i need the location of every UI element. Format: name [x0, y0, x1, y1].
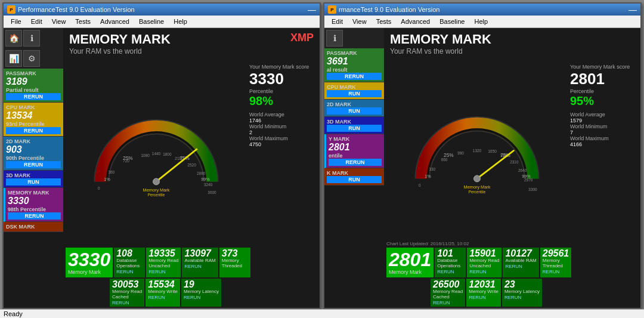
status-text: Ready	[4, 310, 23, 317]
mem-read-uncached-val-2: 15901	[469, 249, 499, 258]
info-icon-2[interactable]: ℹ	[326, 30, 343, 47]
world-stats-1: World Average 1746 World Minimum 2 World…	[249, 112, 288, 147]
db-ops-rerun-1[interactable]: RERUN	[116, 269, 143, 274]
menu-help-1[interactable]: Help	[169, 17, 192, 26]
svg-text:1800: 1800	[163, 153, 172, 157]
memory-rerun-1[interactable]: RERUN	[8, 212, 61, 220]
svg-text:3300: 3300	[528, 187, 537, 191]
sidebar-passmark-2[interactable]: PASSMARK 3691 al result RERUN	[324, 48, 384, 82]
passmark-rerun-2[interactable]: RERUN	[327, 73, 382, 80]
cpu-rerun-1[interactable]: RERUN	[6, 127, 61, 134]
menu-edit-1[interactable]: Edit	[26, 17, 47, 26]
gauge-score-area-1: 25% 75% 1% 99% 0 360 720 1080 1440 1800	[63, 58, 320, 248]
passmark-sub-1: Partial result	[6, 87, 61, 93]
mem-latency-val-2: 23	[504, 280, 540, 289]
mem-read-uncached-rerun-1[interactable]: RERUN	[148, 269, 178, 274]
menu-tests-2[interactable]: Tests	[371, 17, 397, 26]
tiles-section-2: 2801 Memory Mark 101 DatabaseOperations …	[384, 248, 640, 308]
menu-bar-1: File Edit View Tests Advanced Baseline H…	[4, 16, 320, 28]
mem-threaded-tile-1: 373 MemoryThreaded	[219, 248, 250, 277]
memory-score-1: 3330	[8, 196, 61, 206]
score-label-2: Your Memory Mark score	[570, 64, 630, 70]
title-text-2: rmanceTest 9.0 Evaluation Version	[339, 6, 439, 13]
svg-point-16	[153, 178, 160, 185]
tile-row-1b: 30053 Memory ReadCached RERUN 15534 Memo…	[66, 279, 317, 307]
world-min-val-2: 7	[570, 129, 609, 135]
sidebar-cpu-2[interactable]: CPU MARK RUN	[324, 82, 384, 100]
menu-baseline-2[interactable]: Baseline	[435, 17, 469, 26]
mem-read-uncached-desc-2: Memory ReadUncached	[469, 258, 499, 269]
spacer-2	[386, 279, 429, 307]
mem-read-cached-rerun-1[interactable]: RERUN	[112, 300, 142, 305]
mem-write-val-1: 15534	[148, 280, 178, 289]
sidebar-memory-1[interactable]: MEMORY MARK 3330 98th Percentile RERUN	[4, 188, 63, 222]
menu-file[interactable]: File	[6, 17, 26, 26]
title-text-1: PerformanceTest 9.0 Evaluation Version	[18, 6, 135, 13]
info-icon[interactable]: ℹ	[23, 30, 40, 47]
menu-advanced-1[interactable]: Advanced	[95, 17, 134, 26]
3d-rerun-1[interactable]: RUN	[6, 178, 61, 186]
cpu-score-1: 13534	[6, 110, 61, 121]
mem-read-cached-rerun-2[interactable]: RERUN	[433, 300, 463, 305]
minimize-btn-1[interactable]: —	[308, 5, 316, 14]
home-icon[interactable]: 🏠	[5, 30, 22, 47]
sidebar-disk-1[interactable]: DSK MARK	[4, 222, 63, 232]
sidebar-2d-2[interactable]: 2D MARK RUN	[324, 100, 384, 117]
avail-ram-desc-1: Available RAM	[184, 258, 215, 264]
svg-text:2310: 2310	[510, 159, 519, 163]
svg-text:0: 0	[419, 183, 421, 187]
spacer-1	[66, 279, 109, 307]
sidebar-passmark-1[interactable]: PASSMARK 3189 Partial result RERUN	[4, 69, 63, 103]
mem-threaded-val-1: 373	[222, 249, 248, 258]
menu-view-2[interactable]: View	[348, 17, 371, 26]
mem-threaded-rerun-2[interactable]: RERUN	[543, 269, 569, 274]
menu-advanced-2[interactable]: Advanced	[396, 17, 435, 26]
svg-text:2640: 2640	[518, 168, 527, 172]
gauge-container-2: 25% 75% 1% 99% 0 330 660 990 1320 1650 1	[389, 58, 565, 239]
sidebar-3d-1[interactable]: 3D MARK RUN	[4, 171, 63, 188]
mem-write-rerun-2[interactable]: RERUN	[469, 295, 499, 300]
2d-rerun-1[interactable]: RERUN	[6, 161, 61, 168]
mem-latency-rerun-1[interactable]: RERUN	[184, 295, 219, 300]
mem-write-rerun-1[interactable]: RERUN	[148, 295, 178, 300]
menu-baseline-1[interactable]: Baseline	[134, 17, 169, 26]
mem-read-cached-val-2: 26500	[433, 280, 463, 289]
svg-text:3600: 3600	[208, 190, 216, 194]
3d-rerun-2[interactable]: RUN	[327, 125, 382, 132]
memory-rerun-2[interactable]: RERUN	[329, 159, 382, 166]
cpu-rerun-2[interactable]: RUN	[327, 90, 382, 97]
gear-icon[interactable]: ⚙	[23, 50, 40, 67]
menu-view-1[interactable]: View	[47, 17, 71, 26]
chart-icon[interactable]: 📊	[5, 50, 22, 67]
sidebar-memory-2[interactable]: Y MARK 2801 entile RERUN	[324, 134, 384, 168]
menu-help-2[interactable]: Help	[469, 17, 493, 26]
db-ops-tile-2: 101 DatabaseOperations RERUN	[435, 248, 466, 277]
sidebar-cpu-1[interactable]: CPU MARK 13534 93rd Percentile RERUN	[4, 103, 63, 137]
sidebar-3d-2[interactable]: 3D MARK RUN	[324, 117, 384, 134]
2d-rerun-2[interactable]: RUN	[327, 107, 382, 115]
gauge-container-1: 25% 75% 1% 99% 0 360 720 1080 1440 1800	[68, 58, 244, 245]
svg-text:720: 720	[123, 159, 129, 163]
passmark-rerun-1[interactable]: RERUN	[6, 93, 61, 100]
sidebar-2d-1[interactable]: 2D MARK 903 90th Percentile RERUN	[4, 137, 63, 171]
world-min-val-1: 2	[249, 129, 288, 135]
mem-latency-rerun-2[interactable]: RERUN	[504, 295, 540, 300]
db-ops-desc-1: DatabaseOperations	[116, 258, 143, 269]
mem-read-uncached-rerun-2[interactable]: RERUN	[469, 269, 499, 274]
avail-ram-rerun-2[interactable]: RERUN	[505, 264, 536, 269]
menu-tests-1[interactable]: Tests	[70, 17, 95, 26]
svg-text:360: 360	[108, 170, 114, 174]
minimize-btn-2[interactable]: —	[628, 5, 637, 14]
percentile-value-1: 98%	[249, 94, 273, 108]
sidebar-disk-2[interactable]: K MARK RUN	[324, 168, 384, 186]
menu-edit-2[interactable]: Edit	[327, 17, 348, 26]
mem-latency-val-1: 19	[184, 280, 219, 289]
title-bar-2: P rmanceTest 9.0 Evaluation Version —	[324, 4, 640, 16]
mem-read-cached-tile-2: 26500 Memory ReadCached RERUN	[431, 279, 465, 307]
svg-text:99%: 99%	[201, 177, 210, 182]
header-section-1: MEMORY MARK Your RAM vs the world XMP	[63, 28, 320, 58]
disk-rerun-2[interactable]: RUN	[327, 176, 382, 183]
cpu-label-2: CPU MARK	[327, 84, 382, 90]
avail-ram-rerun-1[interactable]: RERUN	[184, 264, 215, 269]
db-ops-rerun-2[interactable]: RERUN	[437, 269, 463, 274]
